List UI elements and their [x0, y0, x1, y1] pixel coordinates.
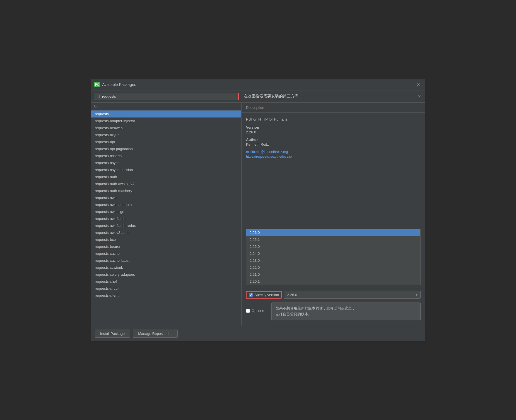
version-list-item[interactable]: 2.25.1 — [246, 236, 420, 243]
package-item[interactable]: requests-aws-sign — [91, 208, 241, 215]
search-icon — [97, 94, 100, 98]
package-item[interactable]: requests-aws4auth — [91, 215, 241, 222]
footer-bar: Install Package Manage Repositories — [91, 326, 425, 341]
package-item[interactable]: requests-ccwienk — [91, 264, 241, 271]
options-checkbox-wrapper[interactable]: Options — [246, 309, 264, 313]
dialog-title: Available Packages — [102, 82, 136, 87]
package-list: requestsrequests-adapter-injectorrequest… — [91, 111, 241, 326]
package-item[interactable]: requests-adapter-injector — [91, 117, 241, 124]
version-dropdown-list: 2.26.02.25.12.25.02.24.02.23.02.22.02.21… — [246, 229, 421, 285]
svg-line-1 — [99, 97, 100, 98]
search-clear-button[interactable]: ✕ — [418, 94, 421, 99]
package-item[interactable]: requests-auth-mashery — [91, 187, 241, 194]
specify-version-checkbox-wrapper[interactable]: Specify version — [246, 291, 282, 299]
package-item[interactable]: requests-aliyun — [91, 131, 241, 138]
right-panel: Description Python HTTP for Humans. Vers… — [242, 103, 425, 326]
author-label: Author — [246, 138, 421, 142]
tooltip-box: 如果不想使用最新的版本的话，就可以勾选这里， 选择自己需要的版本。 — [271, 303, 421, 320]
available-packages-dialog: PC Available Packages ✕ 在这里搜索需要安装的第三方库 ✕… — [91, 79, 425, 341]
package-item[interactable]: requests-async-session — [91, 166, 241, 173]
version-list-item[interactable]: 2.23.0 — [246, 257, 420, 264]
package-item[interactable]: requests-awsv2-auth — [91, 229, 241, 236]
package-item[interactable]: requests-chef — [91, 278, 241, 285]
close-button[interactable]: ✕ — [415, 81, 422, 88]
email-link[interactable]: mailto:me@kennethreitz.org — [246, 150, 421, 154]
package-item[interactable]: requests-api — [91, 138, 241, 145]
options-row: Options 如果不想使用最新的版本的话，就可以勾选这里， 选择自己需要的版本… — [246, 301, 421, 320]
package-item[interactable]: requests-bearer — [91, 243, 241, 250]
package-item[interactable]: requests-api-pagination — [91, 145, 241, 152]
package-item[interactable]: requests — [91, 111, 241, 117]
package-item[interactable]: requests-cache — [91, 250, 241, 257]
specify-version-row: Specify version 2.26.0 2.25.1 2.25.0 2.2… — [246, 291, 421, 299]
package-item[interactable]: requests-auth — [91, 173, 241, 180]
version-select-wrapper: 2.26.0 2.25.1 2.25.0 2.24.0 2.23.0 2.22.… — [284, 291, 421, 299]
left-panel: ↻ requestsrequests-adapter-injectorreque… — [91, 103, 242, 326]
search-input[interactable] — [102, 94, 236, 99]
package-item[interactable]: requests-celery-adapters — [91, 271, 241, 278]
refresh-bar: ↻ — [91, 103, 241, 111]
specify-version-checkbox[interactable] — [249, 293, 253, 297]
package-item[interactable]: requests-aws4auth-redux — [91, 222, 241, 229]
version-list-item[interactable]: 2.21.0 — [246, 271, 420, 278]
package-item[interactable]: requests-cache-latest — [91, 257, 241, 264]
install-package-button[interactable]: Install Package — [95, 330, 130, 338]
package-item[interactable]: requests-aws-iam-auth — [91, 201, 241, 208]
package-item[interactable]: requests-auth-aws-sigv4 — [91, 180, 241, 187]
version-list-item[interactable]: 2.24.0 — [246, 250, 420, 257]
version-list-item[interactable]: 2.20.1 — [246, 278, 420, 285]
options-label: Options — [252, 309, 264, 313]
version-list-item[interactable]: 2.26.0 — [246, 229, 420, 236]
package-item[interactable]: requests-aws — [91, 194, 241, 201]
specify-version-label: Specify version — [254, 293, 279, 297]
version-list-item[interactable]: 2.22.0 — [246, 264, 420, 271]
search-input-wrapper — [94, 93, 239, 100]
refresh-icon[interactable]: ↻ — [94, 104, 97, 109]
docs-link[interactable]: https://requests.readthedocs.io — [246, 155, 421, 159]
main-content: ↻ requestsrequests-adapter-injectorreque… — [91, 103, 425, 326]
package-item[interactable]: requests-circuit — [91, 285, 241, 292]
description-header: Description — [242, 103, 425, 113]
title-bar: PC Available Packages ✕ — [91, 79, 425, 90]
version-value: 2.26.0 — [246, 130, 421, 134]
package-item[interactable]: requests-async — [91, 159, 241, 166]
version-list-item[interactable]: 2.25.0 — [246, 243, 420, 250]
bottom-options: Specify version 2.26.0 2.25.1 2.25.0 2.2… — [242, 288, 425, 326]
tooltip-line2: 选择自己需要的版本。 — [276, 312, 312, 316]
pycharm-icon: PC — [94, 82, 100, 87]
package-item[interactable]: requests-bce — [91, 236, 241, 243]
version-label: Version — [246, 125, 421, 129]
search-bar: 在这里搜索需要安装的第三方库 ✕ — [91, 90, 425, 103]
package-item[interactable]: requests-client — [91, 292, 241, 299]
search-hint: 在这里搜索需要安装的第三方库 — [244, 94, 298, 99]
title-left: PC Available Packages — [94, 82, 136, 87]
options-checkbox[interactable] — [246, 309, 250, 313]
version-select[interactable]: 2.26.0 2.25.1 2.25.0 2.24.0 2.23.0 2.22.… — [284, 291, 421, 299]
manage-repositories-button[interactable]: Manage Repositories — [133, 330, 178, 338]
tooltip-line1: 如果不想使用最新的版本的话，就可以勾选这里， — [276, 306, 355, 310]
package-item[interactable]: requests-aeaweb — [91, 124, 241, 131]
author-value: Kenneth Reitz — [246, 142, 421, 147]
description-summary: Python HTTP for Humans. — [246, 117, 421, 121]
description-content: Python HTTP for Humans. Version 2.26.0 A… — [242, 113, 425, 226]
package-item[interactable]: requests-asserts — [91, 152, 241, 159]
